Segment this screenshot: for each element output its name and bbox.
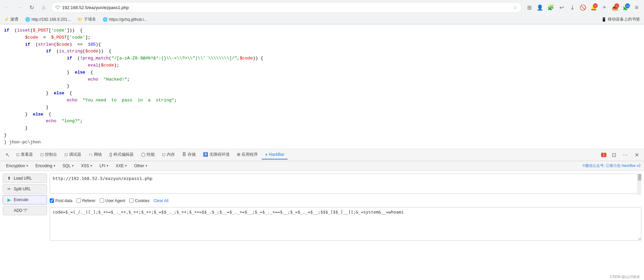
execute-button[interactable]: ▶ Execute <box>3 195 47 204</box>
bottom-credit: CSDN @山川绿水 <box>606 274 644 280</box>
browser-right-icons: ⊞ 👤 🧩 ↩ ⤓ 🚫 🔔0 + 📥1 🧩10 ≡ <box>525 3 641 12</box>
code-line-17: } jhon-pc\jhon <box>4 139 640 146</box>
code-line-13: } else { <box>4 111 640 118</box>
menu-xxe[interactable]: XXE ▼ <box>113 162 130 169</box>
tab-network[interactable]: ↑↓ 网络 <box>85 150 105 160</box>
code-line-10: } else { <box>4 90 640 97</box>
responsive-design-button[interactable]: ⊡ <box>609 150 618 159</box>
browser-toolbar: ← → ↻ ⌂ 🛡 192.168.52.5/eazyun/ezpass1.ph… <box>0 0 644 15</box>
menu-lfi[interactable]: LFI ▼ <box>97 162 111 169</box>
tab-memory[interactable]: ◻ 内存 <box>159 150 178 160</box>
execute-label: Execute <box>14 197 28 202</box>
bookmark-ip[interactable]: 🌐 http://192.168.9.201... <box>24 16 72 22</box>
post-data-checkbox[interactable] <box>50 198 54 203</box>
tab-storage[interactable]: 🗄 存储 <box>179 150 199 160</box>
menu-icon[interactable]: ≡ <box>632 3 641 12</box>
post-data-input[interactable] <box>50 207 641 241</box>
account-icon[interactable]: 👤 <box>535 3 545 12</box>
reload-button[interactable]: ↻ <box>27 3 36 12</box>
url-input[interactable] <box>50 174 641 194</box>
hackbar-dot-icon: ● <box>265 152 267 157</box>
inspector-icon: ◻ <box>16 152 19 157</box>
network-icon: ↑↓ <box>89 152 93 157</box>
option-referer[interactable]: Referer <box>77 198 96 203</box>
code-line-3: if (strlen($code) <= 105){ <box>4 41 640 48</box>
tab-console[interactable]: ◻ 控制台 <box>37 150 60 160</box>
tab-style-editor[interactable]: {} 样式编辑器 <box>106 150 137 160</box>
bookmark-gchq[interactable]: 🌐 https://gchq.github.i... <box>101 16 149 22</box>
split-url-button[interactable]: ✂ Split URL <box>3 184 47 194</box>
address-bar[interactable]: 🛡 192.168.52.5/eazyun/ezpass1.php ☆ <box>51 2 522 13</box>
add-slash-button[interactable]: ADD "/" <box>3 206 47 215</box>
tab-network-label: 网络 <box>94 152 102 157</box>
extensions-puzzle-icon[interactable]: 🧩 <box>546 3 555 12</box>
code-line-16: } <box>4 132 640 139</box>
mobile-icon: 📱 <box>601 17 606 22</box>
tab-performance[interactable]: ◯ 性能 <box>138 150 158 160</box>
cookies-checkbox[interactable] <box>129 198 134 203</box>
xxe-label: XXE <box>116 164 124 168</box>
blocked-icon[interactable]: 🚫 <box>578 3 588 12</box>
url-scrollbar[interactable] <box>637 174 641 195</box>
bookmark-ip-label: http://192.168.9.201... <box>32 17 71 22</box>
add-icon[interactable]: + <box>600 3 609 12</box>
load-url-button[interactable]: ⬆ Load URL <box>3 174 47 183</box>
hackbar-sidebar: ⬆ Load URL ✂ Split URL ▶ Execute ADD "/" <box>3 174 50 241</box>
style-icon: {} <box>109 152 112 157</box>
ip-bookmark-icon: 🌐 <box>25 17 30 22</box>
hackbar-credit: ©微信公众号: 江南小虫 HackBar v2 <box>583 163 641 168</box>
option-post-data[interactable]: Post data <box>50 198 72 203</box>
bookmark-mobile[interactable]: 📱 移动设备上的书签 <box>600 16 641 23</box>
bookmark-pentest[interactable]: ⚡ 渗透 <box>3 16 20 23</box>
code-line-11: echo "You need to pass in a string"; <box>4 97 640 104</box>
tab-application-label: 应用程序 <box>242 152 258 157</box>
close-devtools-button[interactable]: ✕ <box>632 150 641 159</box>
tab-hackbar[interactable]: ● HackBar <box>262 150 288 159</box>
load-url-label: Load URL <box>14 176 32 181</box>
bookmark-subdomain[interactable]: 📁 子域名 <box>76 16 97 23</box>
menu-xss[interactable]: XSS ▼ <box>79 162 96 169</box>
extensions-icon[interactable]: ⊞ <box>525 3 534 12</box>
gchq-icon: 🌐 <box>103 17 108 22</box>
star-icon[interactable]: ☆ <box>513 5 517 10</box>
more-tools-button[interactable]: ⋯ <box>621 150 630 159</box>
user-agent-checkbox[interactable] <box>100 198 104 203</box>
referer-checkbox[interactable] <box>77 198 81 203</box>
hackbar-content: ⬆ Load URL ✂ Split URL ▶ Execute ADD "/" <box>0 171 644 243</box>
menu-sql[interactable]: SQL ▼ <box>60 162 77 169</box>
history-back-icon[interactable]: ↩ <box>557 3 566 12</box>
bookmark-save-icon[interactable]: ⤓ <box>567 3 577 12</box>
home-button[interactable]: ⌂ <box>39 3 48 12</box>
menu-encoding[interactable]: Encoding ▼ <box>33 162 59 169</box>
sql-label: SQL <box>63 164 71 168</box>
tab-debugger-label: 调试器 <box>69 152 81 157</box>
tab-debugger[interactable]: ◻ 调试器 <box>61 150 85 160</box>
tab-accessibility[interactable]: ♿ 无障碍环境 <box>200 150 233 160</box>
encoding-arrow: ▼ <box>53 164 56 168</box>
extensions2-icon[interactable]: 🧩10 <box>621 3 631 12</box>
tab-console-label: 控制台 <box>45 152 57 157</box>
back-button[interactable]: ← <box>3 3 12 12</box>
inspect-button[interactable]: ↖ <box>3 150 12 159</box>
url-scroll-handle <box>638 174 641 181</box>
option-user-agent[interactable]: User Agent <box>100 198 125 203</box>
split-url-label: Split URL <box>14 187 31 191</box>
code-line-8: echo "Hacked!"; <box>4 76 640 83</box>
tab-application[interactable]: ⊞ 应用程序 <box>234 150 261 160</box>
download-notify-icon[interactable]: 📥1 <box>610 3 620 12</box>
post-data-label: Post data <box>55 198 72 203</box>
tab-inspector[interactable]: ◻ 查看器 <box>13 150 36 160</box>
clear-all-button[interactable]: Clear All <box>153 198 168 203</box>
forward-button[interactable]: → <box>15 3 24 12</box>
code-line-5: if (!preg_match("/[a-zA-Z0-9@#%^&*:{}\\-… <box>4 55 640 62</box>
xss-arrow: ▼ <box>90 164 93 168</box>
option-cookies[interactable]: Cookies <box>129 198 149 203</box>
menu-encryption[interactable]: Encryption ▼ <box>3 162 32 169</box>
credit-text: CSDN @山川绿水 <box>610 275 640 279</box>
code-line-1: if (isset($_POST['code'])) { <box>4 27 640 34</box>
menu-other[interactable]: Other ▼ <box>132 162 151 169</box>
bookmark-pentest-label: 渗透 <box>10 16 18 22</box>
referer-label: Referer <box>82 198 96 203</box>
notification-icon[interactable]: 🔔0 <box>589 3 598 12</box>
subdomain-icon: 📁 <box>78 17 83 22</box>
